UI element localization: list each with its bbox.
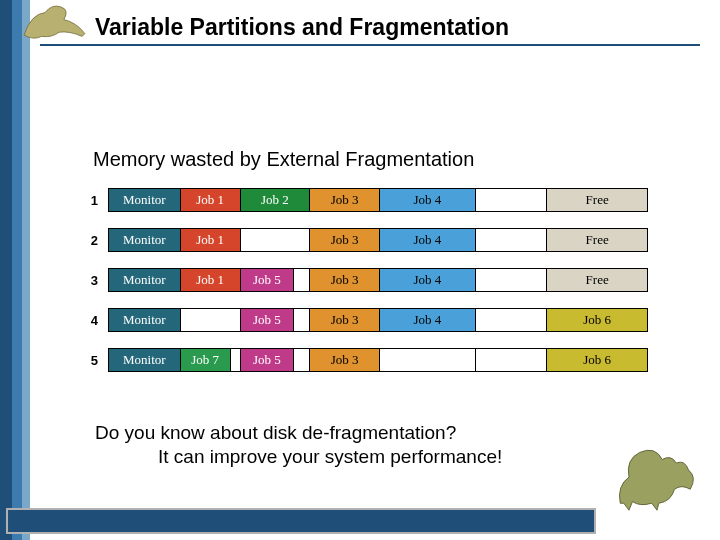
segment-empty xyxy=(380,349,476,371)
slide-subtitle: Memory wasted by External Fragmentation xyxy=(93,148,474,171)
dinosaur-icon xyxy=(612,442,702,512)
segment-empty xyxy=(476,229,548,251)
memory-bar: MonitorJob 1Job 3Job 4Free xyxy=(108,228,648,252)
segment-free: Free xyxy=(547,229,647,251)
question-text: Do you know about disk de-fragmentation? xyxy=(95,422,456,444)
footer-bar xyxy=(6,508,596,534)
slide: Variable Partitions and Fragmentation Me… xyxy=(0,0,720,540)
segment-job4: Job 4 xyxy=(380,269,476,291)
memory-row: 4MonitorJob 5Job 3Job 4Job 6 xyxy=(80,308,648,332)
segment-job5: Job 5 xyxy=(241,349,295,371)
segment-monitor: Monitor xyxy=(109,189,181,211)
segment-job6: Job 6 xyxy=(547,349,647,371)
segment-free: Free xyxy=(547,189,647,211)
dinosaur-icon xyxy=(18,0,93,42)
segment-empty xyxy=(294,309,310,331)
segment-job1: Job 1 xyxy=(181,269,241,291)
segment-job4: Job 4 xyxy=(380,309,476,331)
segment-empty xyxy=(476,189,548,211)
memory-bar: MonitorJob 7Job 5Job 3Job 6 xyxy=(108,348,648,372)
segment-job5: Job 5 xyxy=(241,309,295,331)
segment-empty xyxy=(476,269,548,291)
segment-job3: Job 3 xyxy=(310,189,380,211)
segment-job4: Job 4 xyxy=(380,189,476,211)
memory-bar: MonitorJob 5Job 3Job 4Job 6 xyxy=(108,308,648,332)
title-underline xyxy=(40,44,700,46)
segment-job1: Job 1 xyxy=(181,189,241,211)
row-number: 2 xyxy=(80,233,98,248)
memory-row: 1MonitorJob 1Job 2Job 3Job 4Free xyxy=(80,188,648,212)
segment-empty xyxy=(231,349,241,371)
segment-empty xyxy=(476,349,548,371)
segment-monitor: Monitor xyxy=(109,229,181,251)
segment-job4: Job 4 xyxy=(380,229,476,251)
segment-job3: Job 3 xyxy=(310,349,380,371)
segment-empty xyxy=(294,349,310,371)
segment-job1: Job 1 xyxy=(181,229,241,251)
row-number: 1 xyxy=(80,193,98,208)
memory-row: 5MonitorJob 7Job 5Job 3Job 6 xyxy=(80,348,648,372)
memory-bar: MonitorJob 1Job 2Job 3Job 4Free xyxy=(108,188,648,212)
segment-monitor: Monitor xyxy=(109,269,181,291)
segment-empty xyxy=(294,269,310,291)
segment-job3: Job 3 xyxy=(310,309,380,331)
row-number: 5 xyxy=(80,353,98,368)
segment-empty xyxy=(241,229,311,251)
segment-empty xyxy=(181,309,241,331)
segment-job3: Job 3 xyxy=(310,229,380,251)
segment-monitor: Monitor xyxy=(109,349,181,371)
memory-row: 3MonitorJob 1Job 5Job 3Job 4Free xyxy=(80,268,648,292)
segment-job2: Job 2 xyxy=(241,189,311,211)
segment-job5: Job 5 xyxy=(241,269,295,291)
memory-row: 2MonitorJob 1Job 3Job 4Free xyxy=(80,228,648,252)
answer-text: It can improve your system performance! xyxy=(158,446,502,468)
segment-monitor: Monitor xyxy=(109,309,181,331)
row-number: 3 xyxy=(80,273,98,288)
slide-title: Variable Partitions and Fragmentation xyxy=(95,14,509,41)
segment-job7: Job 7 xyxy=(181,349,231,371)
decor-stripe xyxy=(12,0,22,540)
segment-job6: Job 6 xyxy=(547,309,647,331)
row-number: 4 xyxy=(80,313,98,328)
decor-stripe xyxy=(0,0,12,540)
memory-diagram: 1MonitorJob 1Job 2Job 3Job 4Free2Monitor… xyxy=(80,188,648,388)
decor-stripe xyxy=(22,0,30,540)
segment-job3: Job 3 xyxy=(310,269,380,291)
segment-empty xyxy=(476,309,548,331)
segment-free: Free xyxy=(547,269,647,291)
memory-bar: MonitorJob 1Job 5Job 3Job 4Free xyxy=(108,268,648,292)
